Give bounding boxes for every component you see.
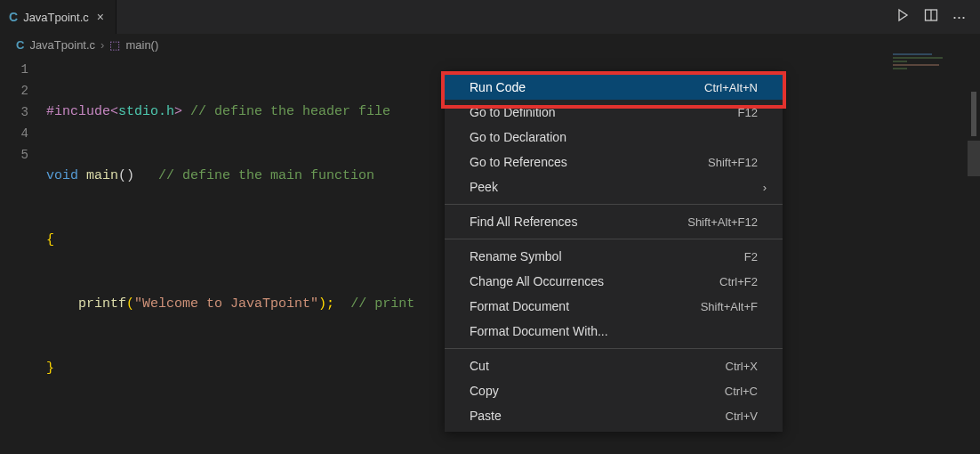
line-gutter: 1 2 3 4 5 (0, 59, 46, 422)
menu-find-all[interactable]: Find All ReferencesShift+Alt+F12 (445, 209, 783, 234)
menu-change-all[interactable]: Change All OccurrencesCtrl+F2 (445, 269, 783, 294)
menu-peek[interactable]: Peek› (445, 174, 783, 199)
more-icon[interactable]: ··· (952, 8, 966, 27)
cube-icon: ⬚ (109, 38, 120, 52)
tab-bar: C JavaTpoint.c × ··· (0, 0, 980, 34)
tab-filename: JavaTpoint.c (23, 11, 89, 24)
menu-format-doc[interactable]: Format DocumentShift+Alt+F (445, 294, 783, 319)
menu-paste[interactable]: PasteCtrl+V (445, 403, 783, 428)
minimap[interactable] (893, 53, 964, 80)
scrollbar[interactable] (968, 34, 980, 454)
split-editor-icon[interactable] (924, 8, 938, 26)
c-file-icon: C (16, 38, 24, 52)
menu-copy[interactable]: CopyCtrl+C (445, 378, 783, 403)
menu-format-with[interactable]: Format Document With... (445, 319, 783, 344)
menu-go-declaration[interactable]: Go to Declaration (445, 125, 783, 150)
separator (445, 348, 783, 349)
breadcrumb-symbol: main() (125, 38, 158, 52)
tab-file[interactable]: C JavaTpoint.c × (0, 0, 116, 34)
breadcrumb-file: JavaTpoint.c (29, 38, 95, 52)
menu-go-definition[interactable]: Go to DefinitionF12 (445, 100, 783, 125)
menu-cut[interactable]: CutCtrl+X (445, 353, 783, 378)
menu-go-references[interactable]: Go to ReferencesShift+F12 (445, 150, 783, 174)
separator (445, 239, 783, 239)
context-menu: Run CodeCtrl+Alt+N Go to DefinitionF12 G… (445, 71, 783, 432)
chevron-right-icon: › (100, 38, 104, 52)
menu-run-code[interactable]: Run CodeCtrl+Alt+N (445, 75, 783, 100)
close-icon[interactable]: × (94, 10, 107, 24)
code-area[interactable]: #include<stdio.h> // define the header f… (46, 59, 414, 422)
c-file-icon: C (9, 10, 18, 24)
chevron-right-icon: › (763, 181, 767, 194)
breadcrumb[interactable]: C JavaTpoint.c › ⬚ main() (0, 34, 980, 55)
run-icon[interactable] (896, 8, 910, 26)
menu-rename[interactable]: Rename SymbolF2 (445, 244, 783, 269)
separator (445, 204, 783, 205)
